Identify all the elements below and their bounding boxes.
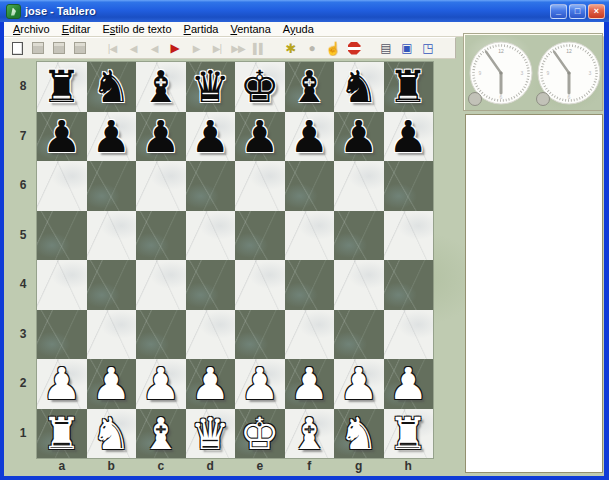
square-h4[interactable]: [384, 260, 434, 310]
square-f4[interactable]: [285, 260, 335, 310]
board[interactable]: ♜♞♝♛♚♝♞♜♟♟♟♟♟♟♟♟♟♟♟♟♟♟♟♟♜♞♝♛♚♝♞♜: [37, 62, 433, 458]
square-b8[interactable]: ♞: [87, 62, 137, 112]
square-h7[interactable]: ♟: [384, 112, 434, 162]
square-d3[interactable]: [186, 310, 236, 360]
white-clock-button[interactable]: [469, 93, 482, 106]
square-b4[interactable]: [87, 260, 137, 310]
black-piece-p: ♟: [384, 112, 434, 162]
forward-button[interactable]: ▶: [187, 39, 205, 57]
square-f7[interactable]: ♟: [285, 112, 335, 162]
square-a2[interactable]: ♟: [37, 359, 87, 409]
stop-button[interactable]: [345, 39, 363, 57]
square-g6[interactable]: [334, 161, 384, 211]
square-d5[interactable]: [186, 211, 236, 261]
last-move-button[interactable]: ▶|: [208, 39, 226, 57]
hint-button[interactable]: ☝: [324, 39, 342, 57]
square-b7[interactable]: ♟: [87, 112, 137, 162]
square-c5[interactable]: [136, 211, 186, 261]
square-g5[interactable]: [334, 211, 384, 261]
square-h3[interactable]: [384, 310, 434, 360]
square-f5[interactable]: [285, 211, 335, 261]
square-b1[interactable]: ♞: [87, 409, 137, 459]
analyze-button[interactable]: ✱: [282, 39, 300, 57]
square-h8[interactable]: ♜: [384, 62, 434, 112]
square-f1[interactable]: ♝: [285, 409, 335, 459]
white-clock: 12 3 6 9: [466, 37, 536, 111]
square-e5[interactable]: [235, 211, 285, 261]
menu-item-estilo-de-texto[interactable]: Estilo de texto: [96, 23, 177, 35]
ponder-button[interactable]: ●: [303, 39, 321, 57]
square-a3[interactable]: [37, 310, 87, 360]
menu-item-editar[interactable]: Editar: [56, 23, 97, 35]
square-d8[interactable]: ♛: [186, 62, 236, 112]
white-piece-b: ♝: [285, 409, 335, 459]
square-g7[interactable]: ♟: [334, 112, 384, 162]
properties-panel-button[interactable]: ◳: [419, 39, 437, 57]
square-e8[interactable]: ♚: [235, 62, 285, 112]
square-h1[interactable]: ♜: [384, 409, 434, 459]
save-button[interactable]: [29, 39, 47, 57]
square-e2[interactable]: ♟: [235, 359, 285, 409]
menu-item-ayuda[interactable]: Ayuda: [277, 23, 320, 35]
square-e6[interactable]: [235, 161, 285, 211]
menu-item-archivo[interactable]: Archivo: [7, 23, 56, 35]
square-h6[interactable]: [384, 161, 434, 211]
square-d7[interactable]: ♟: [186, 112, 236, 162]
square-g2[interactable]: ♟: [334, 359, 384, 409]
square-b5[interactable]: [87, 211, 137, 261]
maximize-button[interactable]: □: [569, 4, 586, 19]
pause-button[interactable]: ▌▌: [250, 39, 268, 57]
square-h2[interactable]: ♟: [384, 359, 434, 409]
square-a5[interactable]: [37, 211, 87, 261]
square-d2[interactable]: ♟: [186, 359, 236, 409]
square-c7[interactable]: ♟: [136, 112, 186, 162]
square-b6[interactable]: [87, 161, 137, 211]
square-c3[interactable]: [136, 310, 186, 360]
square-a4[interactable]: [37, 260, 87, 310]
square-f3[interactable]: [285, 310, 335, 360]
play-button[interactable]: ▶: [166, 39, 184, 57]
square-e3[interactable]: [235, 310, 285, 360]
titlebar[interactable]: jose - Tablero _ □ ×: [0, 0, 609, 22]
square-e4[interactable]: [235, 260, 285, 310]
square-g1[interactable]: ♞: [334, 409, 384, 459]
first-move-button[interactable]: |◀: [103, 39, 121, 57]
square-f2[interactable]: ♟: [285, 359, 335, 409]
square-f6[interactable]: [285, 161, 335, 211]
forward-ten-button[interactable]: ▶▶: [229, 39, 247, 57]
square-g8[interactable]: ♞: [334, 62, 384, 112]
svg-text:12: 12: [566, 48, 572, 54]
square-c6[interactable]: [136, 161, 186, 211]
notation-panel-button[interactable]: ▤: [377, 39, 395, 57]
square-g3[interactable]: [334, 310, 384, 360]
square-e1[interactable]: ♚: [235, 409, 285, 459]
square-b2[interactable]: ♟: [87, 359, 137, 409]
menu-item-partida[interactable]: Partida: [178, 23, 225, 35]
close-button[interactable]: ×: [588, 4, 605, 19]
square-d1[interactable]: ♛: [186, 409, 236, 459]
square-h5[interactable]: [384, 211, 434, 261]
square-e7[interactable]: ♟: [235, 112, 285, 162]
square-c1[interactable]: ♝: [136, 409, 186, 459]
revert-button[interactable]: [71, 39, 89, 57]
save-as-button[interactable]: [50, 39, 68, 57]
menu-item-ventana[interactable]: Ventana: [224, 23, 276, 35]
square-a7[interactable]: ♟: [37, 112, 87, 162]
window-panel-button[interactable]: ▣: [398, 39, 416, 57]
black-clock-button[interactable]: [537, 93, 550, 106]
square-g4[interactable]: [334, 260, 384, 310]
back-ten-button[interactable]: ◀: [124, 39, 142, 57]
minimize-button[interactable]: _: [550, 4, 567, 19]
new-game-button[interactable]: [8, 39, 26, 57]
square-c8[interactable]: ♝: [136, 62, 186, 112]
square-a6[interactable]: [37, 161, 87, 211]
square-d4[interactable]: [186, 260, 236, 310]
square-d6[interactable]: [186, 161, 236, 211]
square-c4[interactable]: [136, 260, 186, 310]
square-f8[interactable]: ♝: [285, 62, 335, 112]
back-button[interactable]: ◀: [145, 39, 163, 57]
square-a8[interactable]: ♜: [37, 62, 87, 112]
square-b3[interactable]: [87, 310, 137, 360]
square-c2[interactable]: ♟: [136, 359, 186, 409]
square-a1[interactable]: ♜: [37, 409, 87, 459]
